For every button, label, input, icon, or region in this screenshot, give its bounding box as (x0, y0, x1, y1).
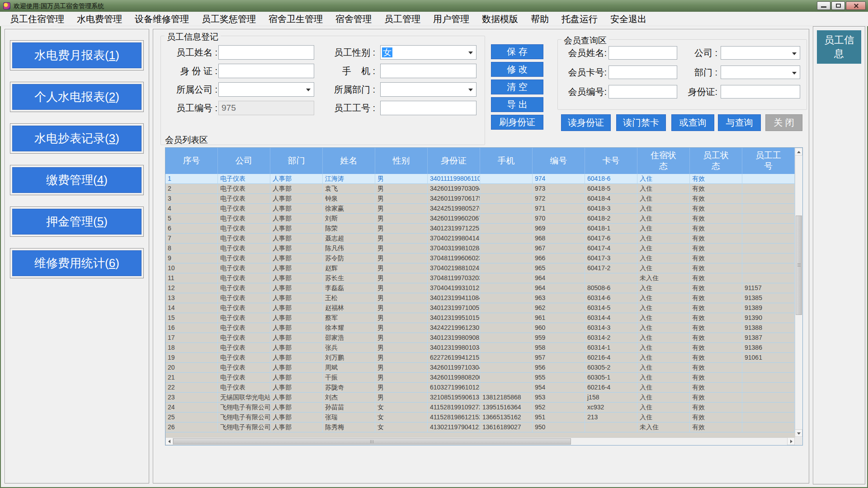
table-cell: 电子仪表 (218, 184, 270, 194)
name-input[interactable] (218, 45, 314, 60)
table-row[interactable]: 18电子仪表人事部张兵男3401231998010348...95860314-… (165, 343, 795, 353)
close-button[interactable] (846, 1, 866, 10)
scroll-up-button[interactable] (795, 148, 802, 155)
menu-item[interactable]: 安全退出 (604, 12, 653, 26)
menu-item[interactable]: 用户管理 (427, 12, 476, 26)
table-row[interactable]: 17电子仪表人事部邵家浩男3401231998090820...95960314… (165, 333, 795, 343)
scroll-left-button[interactable] (165, 437, 173, 445)
table-cell: 4115281986121529... (428, 413, 480, 422)
table-row[interactable]: 3电子仪表人事部钟泉男3426011997061753...97260418-4… (165, 194, 795, 204)
table-cell: 未入住 (637, 273, 690, 283)
table-row[interactable]: 11电子仪表人事部苏长生男3704811997032038...964未入住有效 (165, 273, 795, 283)
phone-input[interactable] (380, 64, 476, 78)
menu-item[interactable]: 员工管理 (378, 12, 427, 26)
table-row[interactable]: 1电子仪表人事部江海涛男3401111998061105...97460418-… (165, 174, 795, 184)
dept-select[interactable] (380, 82, 476, 97)
menu-item[interactable]: 宿舍卫生管理 (262, 12, 329, 26)
sidebar-button[interactable]: 个人水电报表(2) (12, 84, 142, 110)
table-row[interactable]: 19电子仪表人事部刘万鹏男6227261994121530...95760216… (165, 353, 795, 363)
query-dept-select[interactable] (721, 66, 800, 79)
clear-button[interactable]: 清 空 (491, 80, 543, 94)
scroll-right-button[interactable] (787, 437, 795, 445)
horizontal-scroll-thumb[interactable] (173, 438, 571, 445)
table-row[interactable]: 22电子仪表人事部苏陇奇男6103271996101234...95460216… (165, 383, 795, 393)
table-row[interactable]: 20电子仪表人事部周斌男3426011997103040...95660305-… (165, 363, 795, 373)
sidebar-button[interactable]: 水电抄表记录(3) (12, 126, 142, 151)
menu-item[interactable]: 宿舍管理 (329, 12, 378, 26)
table-row[interactable]: 14电子仪表人事部赵福林男3401231997100572...96260314… (165, 303, 795, 313)
table-cell: 60314-2 (585, 333, 637, 343)
employee-info-tab[interactable]: 员工信息 (817, 30, 861, 64)
table-row[interactable]: 15电子仪表人事部蔡军男3401231995101562...96160314-… (165, 313, 795, 323)
column-header[interactable]: 员工状态 (690, 148, 742, 174)
menu-item[interactable]: 员工住宿管理 (4, 12, 71, 26)
workno-input[interactable] (380, 101, 476, 115)
table-row[interactable]: 9电子仪表人事部苏令防男3704811996060238...96660417-… (165, 253, 795, 263)
vertical-scroll-thumb[interactable] (796, 216, 802, 315)
table-row[interactable]: 25飞翎电子有限公司人事部张瑞女4115281986121529...13665… (165, 413, 795, 422)
column-header[interactable]: 性别 (375, 148, 428, 174)
read-gatecard-button[interactable]: 读门禁卡 (616, 114, 666, 131)
column-header[interactable]: 序号 (165, 148, 218, 174)
or-query-button[interactable]: 或查询 (671, 114, 714, 131)
sidebar-button[interactable]: 维修费用统计(6) (12, 250, 142, 276)
column-header[interactable]: 身份证 (428, 148, 480, 174)
table-cell: 966 (533, 253, 585, 263)
column-header[interactable]: 卡号 (585, 148, 637, 174)
column-header[interactable]: 姓名 (323, 148, 375, 174)
menu-item[interactable]: 帮助 (524, 12, 555, 26)
menu-item[interactable]: 数据模版 (476, 12, 524, 26)
table-row[interactable]: 10电子仪表人事部赵辉男3704021988102453...96560417-… (165, 263, 795, 273)
sidebar-button[interactable]: 水电费月报表(1) (12, 42, 142, 68)
close-panel-button[interactable]: 关 闭 (765, 114, 802, 131)
swipe-idcard-button[interactable]: 刷身份证 (491, 115, 543, 130)
column-header[interactable]: 手机 (480, 148, 533, 174)
column-header[interactable]: 公司 (218, 148, 270, 174)
table-row[interactable]: 4电子仪表人事部徐家赢男3424251998052705...97160418-… (165, 204, 795, 214)
table-row[interactable]: 12电子仪表人事部李磊磊男3704041993101250...96480508… (165, 283, 795, 293)
table-row[interactable]: 8电子仪表人事部陈凡伟男3704031998102841...96760417-… (165, 244, 795, 253)
idcard-input[interactable] (218, 64, 314, 78)
member-no-input[interactable] (609, 85, 677, 99)
table-row[interactable]: 7电子仪表人事部聂志超男3704021998041453...96860417-… (165, 234, 795, 244)
horizontal-scrollbar[interactable] (165, 437, 795, 445)
app-window: 欢迎使用:国万员工宿舍管理系统 员工住宿管理水电费管理设备维修管理员工奖惩管理宿… (0, 0, 868, 488)
member-card-input[interactable] (609, 66, 677, 79)
column-header[interactable]: 部门 (270, 148, 323, 174)
save-button[interactable]: 保 存 (491, 44, 543, 59)
modify-button[interactable]: 修 改 (491, 62, 543, 77)
menu-item[interactable]: 员工奖惩管理 (195, 12, 262, 26)
and-query-button[interactable]: 与查询 (718, 114, 761, 131)
table-cell: xc932 (585, 403, 637, 413)
read-idcard-button[interactable]: 读身份证 (561, 114, 611, 131)
maximize-button[interactable] (831, 1, 845, 10)
table-row[interactable]: 23无锡国联华光电站...人事部刘杰男3210851959061318...13… (165, 393, 795, 403)
table-row[interactable]: 24飞翎电子有限公司人事部孙苗苗女4115281991092729...1395… (165, 403, 795, 413)
table-row[interactable]: 16电子仪表人事部徐本耀男3424221996123052...96060314… (165, 323, 795, 333)
table-row[interactable]: 21电子仪表人事部干振男3426011998082002...95560305-… (165, 373, 795, 383)
column-header[interactable]: 编号 (533, 148, 585, 174)
query-idcard-input[interactable] (721, 85, 800, 99)
menu-item[interactable]: 设备维修管理 (128, 12, 195, 26)
member-name-input[interactable] (609, 46, 677, 60)
table-row[interactable]: 26飞翎电子有限公司人事部陈秀梅女4130211979041219...1361… (165, 422, 795, 432)
menu-item[interactable]: 水电费管理 (71, 12, 128, 26)
scroll-down-button[interactable] (795, 429, 802, 437)
export-button[interactable]: 导 出 (491, 97, 543, 112)
table-cell: 男 (375, 393, 428, 403)
minimize-button[interactable] (817, 1, 830, 10)
column-header[interactable]: 住宿状态 (637, 148, 690, 174)
vertical-scrollbar[interactable] (795, 148, 802, 437)
table-row[interactable]: 6电子仪表人事部陈荣男3401231997122516...96960418-1… (165, 224, 795, 234)
table-row[interactable]: 2电子仪表人事部袁飞男3426011997030946...97360418-5… (165, 184, 795, 194)
table-cell: 刘斯 (323, 214, 375, 224)
sidebar-button[interactable]: 押金管理(5) (12, 209, 142, 235)
menu-item[interactable]: 托盘运行 (555, 12, 604, 26)
query-company-select[interactable] (721, 46, 800, 60)
company-select[interactable] (218, 82, 314, 97)
table-row[interactable]: 5电子仪表人事部刘斯男3426011996020671...97060418-2… (165, 214, 795, 224)
column-header[interactable]: 员工工号 (742, 148, 795, 174)
sidebar-button[interactable]: 缴费管理(4) (12, 167, 142, 193)
gender-select[interactable]: 女 (380, 45, 476, 60)
table-row[interactable]: 13电子仪表人事部王松男3401231994110848...96360314-… (165, 293, 795, 303)
